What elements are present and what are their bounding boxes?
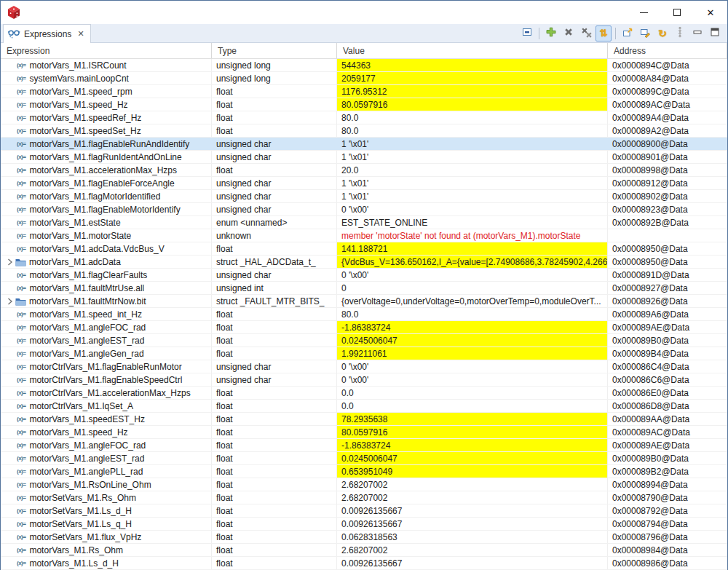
expression-cell[interactable]: (x)=motorVars_M1.angleEST_rad: [1, 334, 212, 347]
table-row[interactable]: (x)=motorVars_M1.speed_Hzfloat80.0597916…: [1, 98, 727, 111]
tab-expressions[interactable]: Expressions ✕: [3, 24, 91, 43]
column-header-address[interactable]: Address: [608, 43, 727, 58]
expression-cell[interactable]: (x)=motorVars_M1.flagEnableMotorIdentify: [1, 203, 212, 215]
value-cell[interactable]: 0 '\x00': [337, 360, 608, 373]
table-row[interactable]: (x)=motorSetVars_M1.Ls_d_Hfloat0.0092613…: [1, 504, 727, 518]
value-cell[interactable]: 0.00926135667: [337, 557, 608, 569]
remove-expression-button[interactable]: [561, 25, 577, 41]
window-close-button[interactable]: ✕: [694, 1, 727, 24]
expression-cell[interactable]: (x)=motorVars_M1.speed_rpm: [1, 85, 212, 98]
table-row[interactable]: (x)=motorVars_M1.estStateenum <unnamed>E…: [1, 216, 727, 229]
value-cell[interactable]: 0.0: [337, 400, 608, 412]
value-cell[interactable]: {overVoltage=0,underVoltage=0,motorOverT…: [337, 295, 608, 307]
refresh-button[interactable]: ↻: [654, 25, 670, 41]
table-row[interactable]: (x)=motorVars_M1.flagEnableForceAngleuns…: [1, 177, 727, 190]
value-cell[interactable]: 1 '\x01': [337, 151, 608, 163]
value-cell[interactable]: 0 '\x00': [337, 203, 608, 215]
value-cell[interactable]: EST_STATE_ONLINE: [337, 216, 608, 229]
table-row[interactable]: (x)=motorVars_M1.anglePLL_radfloat0.6539…: [1, 465, 727, 478]
table-row[interactable]: (x)=motorVars_M1.angleEST_radfloat0.0245…: [1, 334, 727, 347]
value-cell[interactable]: 0 '\x00': [337, 269, 608, 281]
expression-cell[interactable]: (x)=motorCtrlVars_M1.flagEnableRunMotor: [1, 360, 212, 373]
expression-cell[interactable]: (x)=motorSetVars_M1.Ls_d_H: [1, 504, 212, 517]
value-cell[interactable]: member 'motorState' not found at (motorV…: [337, 229, 608, 242]
expression-cell[interactable]: (x)=motorVars_M1.Rs_Ohm: [1, 544, 212, 556]
expression-cell[interactable]: (x)=motorVars_M1.speed_Hz: [1, 426, 212, 438]
expression-cell[interactable]: motorVars_M1.adcData: [1, 256, 212, 268]
table-row[interactable]: motorVars_M1.faultMtrNow.bitstruct _FAUL…: [1, 295, 727, 308]
value-cell[interactable]: 0.00926135667: [337, 518, 608, 530]
table-row[interactable]: (x)=motorSetVars_M1.Ls_q_Hfloat0.0092613…: [1, 518, 727, 531]
column-header-expression[interactable]: Expression: [1, 43, 212, 58]
table-row[interactable]: (x)=motorVars_M1.flagEnableMotorIdentify…: [1, 203, 727, 216]
column-header-value[interactable]: Value: [337, 43, 608, 58]
expression-cell[interactable]: (x)=motorCtrlVars_M1.accelerationMax_Hzp…: [1, 387, 212, 399]
table-row[interactable]: (x)=motorVars_M1.speedSet_Hzfloat80.00x0…: [1, 124, 727, 138]
table-row[interactable]: (x)=motorVars_M1.faultMtrUse.allunsigned…: [1, 282, 727, 295]
table-row[interactable]: (x)=motorVars_M1.flagEnableRunAndIdentif…: [1, 138, 727, 151]
expression-cell[interactable]: (x)=motorVars_M1.flagEnableForceAngle: [1, 177, 212, 189]
table-row[interactable]: (x)=motorCtrlVars_M1.flagEnableRunMotoru…: [1, 360, 727, 373]
value-cell[interactable]: 80.0: [337, 111, 608, 124]
table-row[interactable]: (x)=motorSetVars_M1.flux_VpHzfloat0.0628…: [1, 531, 727, 544]
table-row[interactable]: (x)=motorVars_M1.flagMotorIdentifiedunsi…: [1, 190, 727, 203]
window-minimize-button[interactable]: [627, 1, 660, 24]
table-row[interactable]: (x)=motorCtrlVars_M1.IqSet_Afloat0.00x00…: [1, 400, 727, 413]
expression-cell[interactable]: (x)=motorVars_M1.motorState: [1, 229, 212, 242]
table-row[interactable]: (x)=motorVars_M1.angleGen_radfloat1.9921…: [1, 347, 727, 360]
table-row[interactable]: (x)=motorVars_M1.RsOnLine_Ohmfloat2.6820…: [1, 478, 727, 491]
minimize-view-button[interactable]: [689, 25, 705, 41]
table-row[interactable]: (x)=motorVars_M1.angleFOC_radfloat-1.863…: [1, 321, 727, 334]
value-cell[interactable]: 1.99211061: [337, 347, 608, 360]
value-cell[interactable]: 1 '\x01': [337, 190, 608, 202]
value-cell[interactable]: 80.0: [337, 308, 608, 320]
expression-cell[interactable]: (x)=motorVars_M1.flagRunIdentAndOnLine: [1, 151, 212, 163]
expression-cell[interactable]: (x)=motorVars_M1.Ls_d_H: [1, 557, 212, 569]
expression-cell[interactable]: (x)=motorVars_M1.estState: [1, 216, 212, 229]
value-cell[interactable]: 20.0: [337, 164, 608, 176]
value-cell[interactable]: 544363: [337, 59, 608, 71]
value-cell[interactable]: 0.0245006047: [337, 452, 608, 464]
value-cell[interactable]: 0.0245006047: [337, 334, 608, 347]
expression-cell[interactable]: (x)=motorVars_M1.RsOnLine_Ohm: [1, 478, 212, 491]
expander-chevron-icon[interactable]: [5, 298, 15, 305]
expression-cell[interactable]: (x)=motorVars_M1.speed_int_Hz: [1, 308, 212, 320]
expression-cell[interactable]: (x)=motorSetVars_M1.flux_VpHz: [1, 531, 212, 543]
expression-cell[interactable]: (x)=motorVars_M1.speedSet_Hz: [1, 124, 212, 137]
expression-cell[interactable]: (x)=motorVars_M1.flagClearFaults: [1, 269, 212, 281]
expression-cell[interactable]: (x)=motorVars_M1.angleEST_rad: [1, 452, 212, 464]
value-cell[interactable]: 2.68207002: [337, 478, 608, 491]
tab-close-icon[interactable]: ✕: [77, 29, 84, 39]
value-cell[interactable]: -1.86383724: [337, 321, 608, 333]
table-row[interactable]: motorVars_M1.adcDatastruct _HAL_ADCData_…: [1, 256, 727, 269]
value-cell[interactable]: 1 '\x01': [337, 177, 608, 189]
value-cell[interactable]: 0.0: [337, 387, 608, 399]
value-cell[interactable]: 0.00926135667: [337, 504, 608, 517]
value-cell[interactable]: 78.2935638: [337, 413, 608, 425]
table-row[interactable]: (x)=motorVars_M1.speedEST_Hzfloat78.2935…: [1, 413, 727, 426]
table-row[interactable]: (x)=motorVars_M1.ISRCountunsigned long54…: [1, 59, 727, 72]
value-cell[interactable]: -1.86383724: [337, 439, 608, 451]
table-row[interactable]: (x)=motorVars_M1.angleEST_radfloat0.0245…: [1, 452, 727, 465]
show-type-names-button[interactable]: [519, 25, 535, 41]
expression-cell[interactable]: (x)=motorVars_M1.accelerationMax_Hzps: [1, 164, 212, 176]
expression-cell[interactable]: (x)=motorVars_M1.flagMotorIdentified: [1, 190, 212, 202]
expression-cell[interactable]: (x)=motorSetVars_M1.Ls_q_H: [1, 518, 212, 530]
value-cell[interactable]: 80.0: [337, 124, 608, 137]
expander-chevron-icon[interactable]: [5, 258, 15, 266]
expression-cell[interactable]: (x)=motorVars_M1.angleGen_rad: [1, 347, 212, 360]
table-row[interactable]: (x)=motorVars_M1.accelerationMax_Hzpsflo…: [1, 164, 727, 177]
table-row[interactable]: (x)=motorVars_M1.speed_Hzfloat80.0597916…: [1, 426, 727, 439]
export-expressions-button[interactable]: [637, 25, 653, 41]
maximize-view-button[interactable]: [707, 25, 723, 41]
table-row[interactable]: (x)=motorSetVars_M1.Rs_Ohmfloat2.6820700…: [1, 491, 727, 504]
expression-cell[interactable]: (x)=motorVars_M1.angleFOC_rad: [1, 439, 212, 451]
value-cell[interactable]: 0 '\x00': [337, 373, 608, 386]
remove-all-expressions-button[interactable]: [578, 25, 594, 41]
continuous-refresh-button[interactable]: ⇅: [596, 25, 612, 41]
expression-cell[interactable]: (x)=motorVars_M1.adcData.VdcBus_V: [1, 242, 212, 255]
table-row[interactable]: (x)=motorCtrlVars_M1.accelerationMax_Hzp…: [1, 387, 727, 400]
expression-cell[interactable]: (x)=motorCtrlVars_M1.flagEnableSpeedCtrl: [1, 373, 212, 386]
expression-cell[interactable]: (x)=motorVars_M1.speedRef_Hz: [1, 111, 212, 124]
table-row[interactable]: (x)=motorVars_M1.speedRef_Hzfloat80.00x0…: [1, 111, 727, 124]
